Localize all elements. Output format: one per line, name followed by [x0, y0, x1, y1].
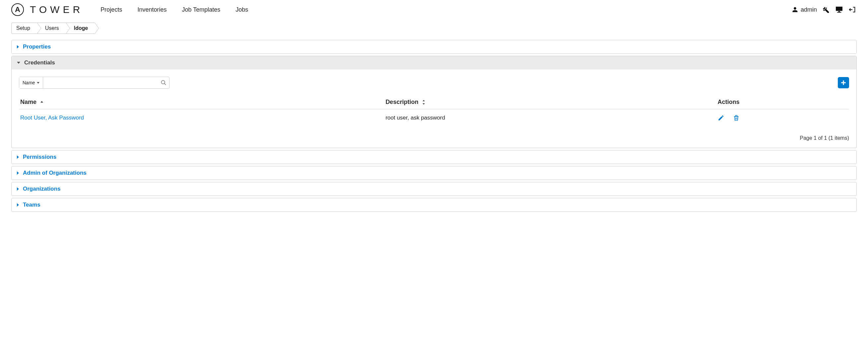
panel-title: Organizations: [23, 185, 60, 192]
svg-point-3: [162, 80, 165, 84]
topbar-right: admin: [792, 5, 857, 14]
brand-logo: A: [11, 3, 24, 16]
caret-right-icon: [17, 203, 19, 207]
credentials-table: Name Description: [19, 96, 849, 124]
caret-right-icon: [17, 187, 19, 191]
caret-down-icon: [17, 62, 20, 64]
settings-icon[interactable]: [822, 5, 830, 14]
topbar-left: A TOWER Projects Inventories Job Templat…: [11, 3, 248, 16]
user-icon: [792, 7, 798, 12]
sort-asc-icon: [40, 100, 44, 104]
breadcrumb-setup[interactable]: Setup: [11, 23, 37, 34]
search-input[interactable]: [43, 77, 169, 88]
nav-links: Projects Inventories Job Templates Jobs: [100, 6, 248, 13]
user-menu[interactable]: admin: [792, 6, 817, 13]
table-row: Root User, Ask Password root user, ask p…: [19, 109, 849, 124]
plus-icon: [840, 80, 846, 86]
panel-credentials: Credentials Name: [11, 56, 857, 148]
svg-rect-0: [836, 7, 842, 11]
col-header-actions: Actions: [716, 96, 849, 109]
breadcrumb-container: Setup Users ldoge: [0, 23, 868, 34]
sort-icon: [422, 99, 426, 105]
credential-description: root user, ask password: [385, 115, 445, 121]
caret-right-icon: [17, 171, 19, 175]
panel-admin-orgs-header[interactable]: Admin of Organizations: [11, 166, 857, 180]
search-input-wrap: [43, 77, 169, 88]
panel-permissions-header[interactable]: Permissions: [11, 150, 857, 164]
panel-credentials-header[interactable]: Credentials: [11, 56, 857, 69]
nav-job-templates[interactable]: Job Templates: [182, 6, 220, 13]
credentials-search: Name: [19, 77, 169, 89]
svg-rect-1: [838, 11, 840, 12]
panel-title: Permissions: [23, 154, 56, 161]
brand-name: TOWER: [30, 4, 83, 15]
panel-credentials-body: Name: [11, 69, 857, 148]
panel-title: Properties: [23, 44, 51, 50]
user-name: admin: [801, 6, 817, 13]
breadcrumb-users[interactable]: Users: [37, 23, 66, 34]
pager-text: Page 1 of 1 (1 items): [19, 135, 849, 141]
credentials-toolbar: Name: [19, 77, 849, 89]
col-header-description[interactable]: Description: [384, 96, 716, 109]
search-field-label: Name: [23, 80, 35, 85]
breadcrumb-label: ldoge: [74, 25, 88, 31]
col-header-name[interactable]: Name: [19, 96, 384, 109]
panel-properties-header[interactable]: Properties: [11, 40, 857, 54]
add-credential-button[interactable]: [838, 77, 849, 88]
brand-logo-letter: A: [15, 5, 20, 14]
search-icon[interactable]: [161, 80, 166, 86]
delete-button[interactable]: [733, 115, 740, 121]
panel-permissions: Permissions: [11, 150, 857, 164]
panel-organizations: Organizations: [11, 182, 857, 196]
credential-name-link[interactable]: Root User, Ask Password: [20, 115, 84, 121]
svg-line-4: [164, 83, 166, 85]
panel-properties: Properties: [11, 40, 857, 54]
breadcrumb: Setup Users ldoge: [11, 23, 857, 34]
breadcrumb-label: Users: [45, 25, 59, 31]
portal-icon[interactable]: [835, 5, 843, 14]
col-header-label: Name: [20, 98, 36, 106]
logout-icon[interactable]: [848, 5, 857, 14]
caret-down-icon: [37, 82, 39, 84]
breadcrumb-current[interactable]: ldoge: [66, 23, 95, 34]
panel-title: Teams: [23, 202, 40, 208]
edit-button[interactable]: [718, 115, 724, 121]
panel-admin-orgs: Admin of Organizations: [11, 166, 857, 180]
panel-teams-header[interactable]: Teams: [11, 198, 857, 211]
topbar: A TOWER Projects Inventories Job Templat…: [0, 0, 868, 23]
brand[interactable]: A TOWER: [11, 3, 83, 16]
nav-inventories[interactable]: Inventories: [137, 6, 166, 13]
nav-projects[interactable]: Projects: [100, 6, 122, 13]
panel-organizations-header[interactable]: Organizations: [11, 182, 857, 196]
search-field-select[interactable]: Name: [19, 77, 43, 88]
caret-right-icon: [17, 155, 19, 159]
svg-rect-6: [841, 82, 846, 83]
col-header-label: Actions: [718, 98, 740, 106]
panel-title: Credentials: [24, 59, 55, 66]
caret-right-icon: [17, 45, 19, 49]
breadcrumb-label: Setup: [16, 25, 30, 31]
panel-title: Admin of Organizations: [23, 170, 87, 176]
panel-teams: Teams: [11, 198, 857, 212]
row-actions: [718, 115, 848, 121]
nav-jobs[interactable]: Jobs: [236, 6, 248, 13]
col-header-label: Description: [385, 98, 418, 106]
panels: Properties Credentials Name: [0, 34, 868, 224]
svg-rect-2: [837, 12, 841, 12]
